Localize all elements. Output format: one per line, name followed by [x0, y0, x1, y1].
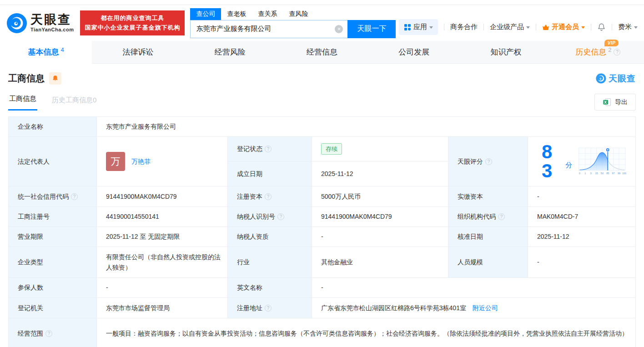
- promo-banner-line2: 国家中小企业发展子基金旗下机构: [85, 23, 180, 33]
- table-row: 企业名称 东莞市产业服务有限公司: [9, 117, 636, 137]
- svg-text:50: 50: [601, 172, 604, 175]
- section-title: 工商信息: [8, 72, 45, 85]
- value-credit-code: 91441900MAK0M4CD79: [97, 186, 228, 207]
- export-button[interactable]: 导出: [594, 94, 636, 111]
- label-staff-size: 人员规模: [448, 247, 528, 278]
- value-staff-size: -: [528, 247, 636, 278]
- value-biz-scope: 一般项目：融资咨询服务；以自有资金从事投资活动；信息咨询服务（不含许可类信息咨询…: [97, 318, 636, 347]
- value-reg-address: 广东省东莞市松山湖园区红棉路6号科学苑3栋401室 附近公司: [312, 298, 636, 318]
- help-icon[interactable]: [498, 213, 505, 220]
- nav-user-menu[interactable]: 费米: [618, 23, 638, 31]
- tianyancha-swirl-icon: [596, 73, 606, 84]
- label-english-name: 英文名称: [228, 278, 312, 298]
- label-reg-number: 工商注册号: [9, 207, 97, 227]
- tab-intellectual-property[interactable]: 知识产权: [460, 41, 552, 63]
- company-section-tabs: 基本信息 4 法律诉讼 经营风险 经营信息 公司发展 知识产权 VIP 历史信息…: [0, 41, 644, 64]
- svg-text:100: 100: [622, 172, 626, 175]
- search-tab-company[interactable]: 查公司: [190, 8, 221, 20]
- subtabs-row: 工商信息 历史工商信息0 导出: [0, 85, 644, 111]
- value-org-code: MAK0M4CD-7: [528, 207, 636, 227]
- search-tab-boss[interactable]: 查老板: [221, 8, 252, 20]
- tab-basic-info[interactable]: 基本信息 4: [0, 41, 92, 64]
- help-icon[interactable]: [265, 305, 272, 312]
- tab-history-info[interactable]: VIP 历史信息 2: [552, 41, 644, 63]
- business-info-table: 企业名称 东莞市产业服务有限公司 法定代表人 万 万艳菲 登记状态 存续: [8, 116, 636, 347]
- help-icon[interactable]: [485, 158, 492, 165]
- nav-apps[interactable]: 应用: [399, 19, 438, 35]
- label-taxpayer-quality: 纳税人资质: [228, 227, 312, 247]
- value-industry: 其他金融业: [312, 247, 448, 278]
- nav-notifications[interactable]: [597, 23, 606, 31]
- clear-search-icon[interactable]: [335, 25, 343, 33]
- value-taxpayer-id: 91441900MAK0M4CD79: [312, 207, 448, 227]
- chevron-down-icon: [526, 26, 530, 29]
- legal-rep-avatar[interactable]: 万: [106, 152, 125, 171]
- subtab-business-info[interactable]: 工商信息: [8, 92, 37, 111]
- value-reg-capital: 5000万人民币: [312, 186, 448, 207]
- label-org-code: 组织机构代码: [448, 207, 528, 227]
- value-approve-date: 2025-11-12: [528, 227, 636, 247]
- value-insured-count: -: [97, 278, 228, 298]
- monitor-bell-button[interactable]: [49, 72, 61, 85]
- value-reg-number: 441900014550141: [97, 207, 228, 227]
- tab-legal-litigation[interactable]: 法律诉讼: [92, 41, 184, 63]
- label-industry: 行业: [228, 247, 312, 278]
- label-reg-capital: 注册资本: [228, 186, 312, 207]
- nav-biz-cooperation[interactable]: 商务合作: [450, 23, 478, 31]
- value-taxpayer-quality: -: [312, 227, 448, 247]
- nearby-companies-link[interactable]: 附近公司: [473, 304, 498, 312]
- svg-text:1: 1: [584, 172, 586, 175]
- tianyancha-watermark: 天眼查: [596, 73, 636, 85]
- table-row: 营业期限 2025-11-12 至 无固定期限 纳税人资质 - 核准日期 202…: [9, 227, 636, 247]
- search-input[interactable]: [191, 20, 347, 38]
- username: 费米: [618, 23, 632, 31]
- value-biz-term: 2025-11-12 至 无固定期限: [97, 227, 228, 247]
- site-header: 天眼查 TianYanCha.com 都在用的商业查询工具 国家中小企业发展子基…: [0, 5, 644, 41]
- label-company-type: 企业类型: [9, 247, 97, 278]
- score-number: 83: [542, 142, 559, 181]
- help-icon[interactable]: [614, 49, 620, 55]
- help-icon[interactable]: [45, 330, 52, 337]
- score-unit: 分: [565, 160, 572, 171]
- tianyancha-swirl-icon: [6, 13, 27, 34]
- search-button[interactable]: 天眼一下: [347, 20, 396, 38]
- value-legal-rep: 万 万艳菲: [97, 137, 228, 186]
- nav-open-vip[interactable]: 开通会员: [542, 23, 585, 31]
- tab-count: 4: [61, 46, 64, 53]
- top-nav: 应用 商务合作 企业级产品 开通会员: [399, 11, 638, 35]
- table-row: 企业类型 有限责任公司（非自然人投资或控股的法人独资） 行业 其他金融业 人员规…: [9, 247, 636, 278]
- svg-text:97: 97: [612, 172, 615, 175]
- help-icon[interactable]: [265, 193, 272, 200]
- label-tyc-score: 天眼评分: [448, 137, 528, 186]
- nav-divider: [483, 24, 484, 30]
- apps-grid-icon: [404, 24, 411, 31]
- value-establish-date: 2025-11-12: [312, 161, 448, 186]
- legal-rep-link[interactable]: 万艳菲: [131, 156, 151, 166]
- help-icon[interactable]: [71, 193, 78, 200]
- tianyancha-logo[interactable]: 天眼查 TianYanCha.com: [6, 13, 74, 34]
- label-company-name: 企业名称: [9, 117, 97, 137]
- value-company-name: 东莞市产业服务有限公司: [97, 117, 636, 137]
- tab-company-development[interactable]: 公司发展: [368, 41, 460, 63]
- svg-text:3: 3: [590, 172, 592, 175]
- table-row: 工商注册号 441900014550141 纳税人识别号 91441900MAK…: [9, 207, 636, 227]
- nav-divider: [444, 24, 444, 30]
- tab-operation-info[interactable]: 经营信息: [276, 41, 368, 63]
- subtab-history-business-info[interactable]: 历史工商信息0: [51, 93, 97, 111]
- logo-domain: TianYanCha.com: [30, 27, 74, 32]
- search-tab-relation[interactable]: 查关系: [252, 8, 283, 20]
- help-icon[interactable]: [265, 146, 272, 152]
- svg-text:0: 0: [579, 172, 580, 175]
- search-tab-risk[interactable]: 查风险: [283, 8, 314, 20]
- svg-text:85: 85: [606, 172, 609, 175]
- value-paid-capital: -: [528, 186, 636, 207]
- nav-enterprise-products[interactable]: 企业级产品: [490, 23, 530, 31]
- nav-divider: [591, 24, 591, 30]
- help-icon[interactable]: [277, 213, 284, 220]
- table-row: 登记机关 东莞市市场监督管理局 注册地址 广东省东莞市松山湖园区红棉路6号科学苑…: [9, 298, 636, 318]
- label-taxpayer-id: 纳税人识别号: [228, 207, 312, 227]
- label-biz-scope: 经营范围: [9, 318, 97, 347]
- excel-export-icon: [603, 98, 611, 106]
- value-reg-status: 存续: [312, 137, 448, 161]
- tab-operation-risk[interactable]: 经营风险: [184, 41, 276, 63]
